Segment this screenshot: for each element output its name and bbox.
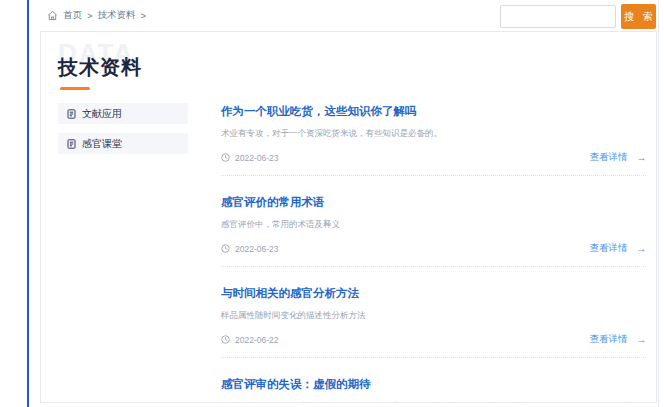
article-title-link[interactable]: 感官评审的失误：虚假的期待	[221, 378, 646, 391]
article-summary: 感官评审中一种常见错误是虚假的期待，这类错误是由感官评审对评估之物所掌握的知识，…	[221, 400, 646, 403]
view-details-label: 查看详情	[590, 151, 628, 164]
article-summary: 感官评价中，常用的术语及释义	[221, 218, 646, 230]
view-details-link[interactable]: 查看详情 →	[590, 242, 647, 255]
breadcrumb-separator: >	[87, 10, 93, 21]
article-title-link[interactable]: 感官评价的常用术语	[221, 196, 646, 209]
arrow-right-icon: →	[637, 334, 647, 345]
article-meta-row: 2022-06-22 查看详情 →	[221, 333, 646, 346]
article-date: 2022-06-23	[221, 244, 278, 254]
arrow-right-icon: →	[637, 152, 647, 163]
article-meta-row: 2022-06-23 查看详情 →	[221, 151, 646, 164]
breadcrumb-separator: >	[141, 10, 147, 21]
breadcrumb-home[interactable]: 首页	[63, 9, 82, 22]
clock-icon	[221, 244, 230, 253]
article-summary: 样品属性随时间变化的描述性分析方法	[221, 309, 646, 321]
page-title: 技术资料	[58, 54, 142, 81]
clock-icon	[221, 335, 230, 344]
sidebar-item-label: 文献应用	[82, 107, 122, 121]
document-icon	[67, 139, 76, 149]
view-details-link[interactable]: 查看详情 →	[590, 151, 647, 164]
search-button[interactable]: 搜 索	[621, 4, 656, 29]
content-card: DATA 技术资料 文献应用 感官课堂 作为一个职业吃货，这些知识你了解吗 术业…	[40, 31, 657, 403]
sidebar-item-label: 感官课堂	[82, 137, 122, 151]
breadcrumb: 首页 > 技术资料 >	[47, 0, 146, 31]
view-details-link[interactable]: 查看详情 →	[590, 333, 647, 346]
sidebar-item[interactable]: 文献应用	[58, 103, 188, 124]
article-date: 2022-06-23	[221, 153, 278, 163]
article-summary: 术业有专攻，对于一个资深吃货来说，有些知识是必备的。	[221, 127, 646, 139]
article-date-text: 2022-06-23	[235, 153, 278, 163]
document-icon	[67, 109, 76, 119]
search-input[interactable]	[500, 5, 616, 28]
sidebar-item[interactable]: 感官课堂	[58, 133, 188, 154]
article-title-link[interactable]: 作为一个职业吃货，这些知识你了解吗	[221, 105, 646, 118]
title-underline	[60, 87, 90, 90]
breadcrumb-section[interactable]: 技术资料	[98, 9, 136, 22]
article-date-text: 2022-06-23	[235, 244, 278, 254]
article-date-text: 2022-06-22	[235, 335, 278, 345]
category-sidebar: 文献应用 感官课堂	[58, 103, 188, 163]
arrow-right-icon: →	[637, 243, 647, 254]
article-meta-row: 2022-06-23 查看详情 →	[221, 242, 646, 255]
top-bar: 首页 > 技术资料 > 搜 索	[40, 0, 658, 31]
article-row: 感官评价的常用术语 感官评价中，常用的术语及释义 2022-06-23 查看详情…	[221, 176, 646, 267]
clock-icon	[221, 153, 230, 162]
view-details-label: 查看详情	[590, 242, 628, 255]
article-row: 感官评审的失误：虚假的期待 感官评审中一种常见错误是虚假的期待，这类错误是由感官…	[221, 358, 646, 403]
article-row: 作为一个职业吃货，这些知识你了解吗 术业有专攻，对于一个资深吃货来说，有些知识是…	[221, 105, 646, 176]
article-date: 2022-06-22	[221, 335, 278, 345]
article-row: 与时间相关的感官分析方法 样品属性随时间变化的描述性分析方法 2022-06-2…	[221, 267, 646, 358]
article-title-link[interactable]: 与时间相关的感官分析方法	[221, 287, 646, 300]
page-right-border	[658, 0, 659, 407]
left-accent-bar	[27, 0, 29, 407]
article-list: 作为一个职业吃货，这些知识你了解吗 术业有专攻，对于一个资深吃货来说，有些知识是…	[221, 105, 646, 403]
view-details-label: 查看详情	[590, 333, 628, 346]
home-icon	[47, 10, 58, 21]
